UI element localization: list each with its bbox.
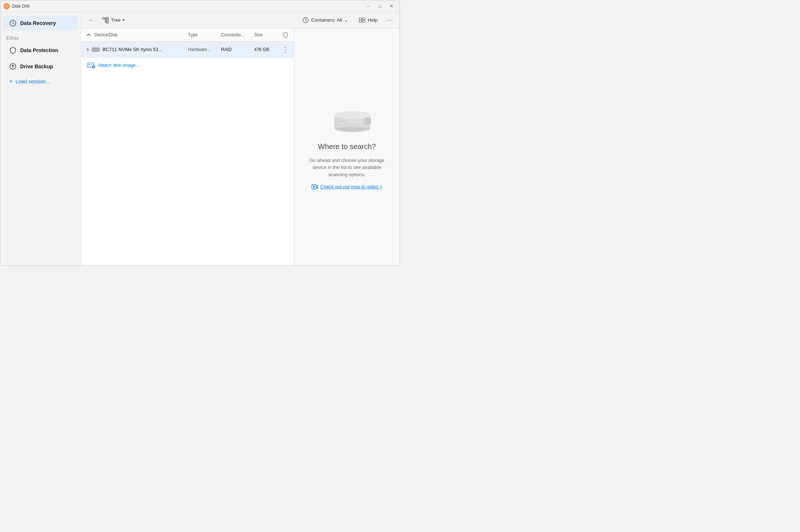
device-type: Hardware... [188,47,221,52]
containers-button[interactable]: Containers: All ⌄ [298,15,352,25]
drive-backup-icon [9,63,17,70]
drive-backup-label: Drive Backup [20,64,53,69]
svg-rect-8 [106,22,108,23]
help-label: Help [368,17,378,23]
app-title: Disk Drill [12,4,29,9]
th-shield [280,32,291,38]
svg-rect-7 [106,19,108,21]
tree-dropdown-icon: ▾ [123,18,125,22]
disk-illustration [321,104,373,134]
svg-rect-19 [89,64,90,65]
svg-rect-15 [97,49,99,50]
split-pane: Device/Disk Type Connectio... Size [81,28,400,265]
table-header: Device/Disk Type Connectio... Size [81,28,294,41]
main-container: Data Recovery Extras Data Protection Dri… [0,12,400,265]
row-expand-icon[interactable] [84,48,91,51]
close-button[interactable]: ✕ [386,3,397,10]
help-button[interactable]: Help [355,15,381,25]
svg-rect-32 [317,187,318,188]
right-panel: Where to search? Go ahead and choose you… [294,28,400,265]
toolbar-left: ← Tree ▾ [86,15,129,26]
content-area: ← Tree ▾ [81,12,400,265]
device-size: 476 GB [254,47,280,52]
th-size: Size [254,32,280,37]
device-list-area: Device/Disk Type Connectio... Size [81,28,294,265]
device-row[interactable]: BC711 NVMe SK hynix 51... Hardware... RA… [81,41,294,58]
containers-dropdown-icon: ⌄ [344,17,348,23]
th-connection: Connectio... [221,32,254,37]
load-session-button[interactable]: + Load session... [3,75,78,88]
minimize-button[interactable]: − [363,3,373,10]
attach-disk-icon [87,61,95,69]
svg-point-23 [334,111,370,119]
th-type: Type [188,32,221,37]
load-session-label: Load session... [15,79,50,84]
device-connection: RAID [221,47,254,52]
sidebar-item-data-recovery[interactable]: Data Recovery [3,16,78,30]
sidebar: Data Recovery Extras Data Protection Dri… [0,12,81,265]
window-controls: − □ ✕ [363,3,397,10]
row-more-button[interactable]: ⋮ [280,46,291,54]
video-link-text: Check out our how-to video > [320,184,382,189]
sidebar-item-data-protection[interactable]: Data Protection [3,43,78,58]
right-panel-description: Go ahead and choose your storage device … [303,157,391,178]
sidebar-item-drive-backup[interactable]: Drive Backup [3,59,78,74]
svg-rect-5 [102,18,105,19]
maximize-button[interactable]: □ [375,3,385,10]
how-to-video-link[interactable]: Check out our how-to video > [311,184,382,189]
th-device: Device/Disk [93,32,188,37]
back-button[interactable]: ← [86,15,97,26]
extras-label: Extras [0,33,81,42]
svg-rect-17 [92,47,98,48]
toolbar: ← Tree ▾ [81,12,400,28]
tree-label: Tree [111,17,120,23]
help-icon [359,17,365,23]
svg-rect-10 [359,18,362,20]
svg-rect-27 [346,119,362,124]
svg-point-16 [93,49,95,50]
titlebar: Disk Drill − □ ✕ [0,0,400,12]
svg-point-26 [340,120,343,123]
containers-icon [302,17,309,23]
svg-rect-11 [359,21,362,22]
titlebar-left: Disk Drill [3,3,29,10]
toolbar-right: Containers: All ⌄ Help ··· [298,15,395,26]
tree-view-button[interactable]: Tree ▾ [98,15,129,25]
device-name: BC711 NVMe SK hynix 51... [102,47,188,52]
svg-point-2 [6,6,7,7]
svg-rect-6 [106,17,108,19]
data-recovery-label: Data Recovery [20,20,56,26]
svg-rect-24 [365,118,371,124]
app-icon [3,3,10,10]
attach-disk-row[interactable]: Attach disk image... [81,58,294,72]
disk-icon [91,45,100,54]
more-options-button[interactable]: ··· [384,15,395,26]
tree-icon [102,17,109,23]
attach-disk-label: Attach disk image... [98,62,140,68]
svg-rect-13 [363,21,365,22]
svg-point-28 [335,127,370,131]
collapse-button[interactable] [84,33,93,36]
data-recovery-icon [9,19,17,27]
svg-rect-31 [317,185,318,187]
right-panel-title: Where to search? [318,142,376,151]
svg-rect-12 [363,18,365,20]
load-session-plus: + [9,78,12,85]
video-icon [311,184,318,189]
containers-label: Containers: All [311,17,342,23]
data-protection-label: Data Protection [20,47,58,53]
data-protection-icon [9,47,17,54]
